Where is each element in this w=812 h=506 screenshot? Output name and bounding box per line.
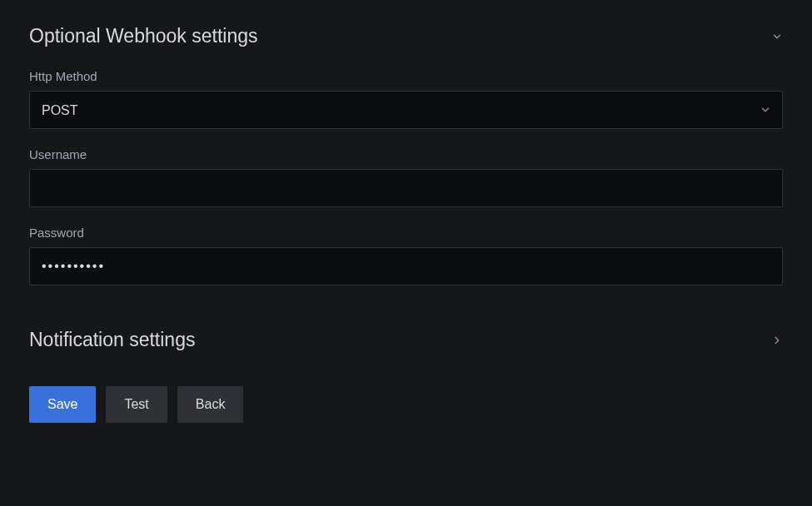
test-button[interactable]: Test	[106, 386, 167, 423]
http-method-label: Http Method	[29, 69, 783, 83]
webhook-section-title: Optional Webhook settings	[29, 25, 257, 47]
password-label: Password	[29, 226, 783, 240]
password-group: Password	[29, 226, 783, 285]
chevron-right-icon	[771, 335, 783, 346]
save-button[interactable]: Save	[29, 386, 96, 423]
chevron-down-icon	[771, 31, 783, 42]
notification-section-title: Notification settings	[29, 329, 195, 351]
password-input[interactable]	[29, 247, 783, 285]
notification-section-header[interactable]: Notification settings	[29, 329, 783, 351]
http-method-select[interactable]: POST	[29, 91, 783, 129]
username-input[interactable]	[29, 169, 783, 207]
username-label: Username	[29, 147, 783, 161]
username-group: Username	[29, 147, 783, 207]
http-method-select-wrapper: POST	[29, 91, 783, 129]
button-row: Save Test Back	[29, 386, 783, 423]
http-method-group: Http Method POST	[29, 69, 783, 129]
webhook-section-header[interactable]: Optional Webhook settings	[29, 25, 783, 47]
back-button[interactable]: Back	[177, 386, 244, 423]
